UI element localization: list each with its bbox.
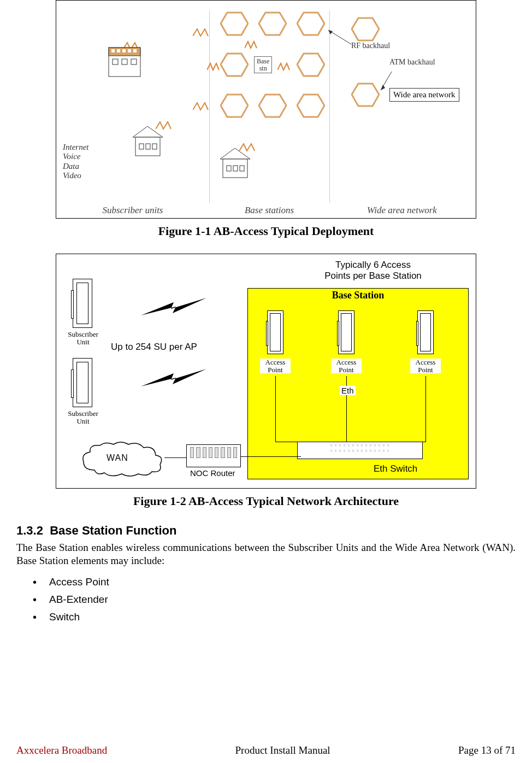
footer-company: Axxcelera Broadband bbox=[16, 744, 107, 756]
svg-rect-16 bbox=[117, 49, 120, 52]
svg-marker-7 bbox=[297, 95, 324, 117]
svg-marker-8 bbox=[352, 18, 379, 40]
typical-aps-line2: Points per Base Station bbox=[324, 271, 422, 281]
section-body: The Base Station enables wireless commun… bbox=[16, 541, 516, 567]
footer-page: Page 13 of 71 bbox=[458, 744, 516, 756]
svg-marker-5 bbox=[221, 95, 248, 117]
access-point-icon bbox=[417, 310, 434, 354]
wan-box-label: Wide area network bbox=[389, 88, 459, 102]
svg-rect-15 bbox=[111, 49, 115, 52]
su-per-ap-label: Up to 254 SU per AP bbox=[111, 342, 197, 353]
su-label-1: Subscriber Unit bbox=[64, 331, 102, 345]
bullet-item: AB-Extender bbox=[33, 594, 516, 606]
svg-marker-6 bbox=[259, 95, 286, 117]
col-subscriber: Subscriber units bbox=[56, 205, 209, 216]
ap-label-1: Access Point bbox=[260, 359, 291, 373]
figure-1-diagram: Basestn RF backhaul bbox=[56, 0, 476, 219]
subscriber-unit-icon bbox=[73, 358, 92, 407]
svg-rect-17 bbox=[122, 49, 126, 52]
atm-backhaul-label: ATM backhaul bbox=[389, 58, 435, 67]
col-wan: Wide area network bbox=[329, 205, 475, 216]
noc-router-label: NOC Router bbox=[190, 468, 235, 478]
noc-router-icon bbox=[186, 444, 241, 467]
bullet-item: Access Point bbox=[33, 576, 516, 588]
bullet-list: Access Point AB-Extender Switch bbox=[33, 576, 516, 623]
subscriber-unit-icon bbox=[73, 279, 92, 328]
base-stn-label: Basestn bbox=[254, 56, 272, 73]
svg-marker-1 bbox=[259, 13, 286, 35]
section-heading: 1.3.2 Base Station Function bbox=[16, 524, 516, 538]
svg-marker-33 bbox=[381, 85, 385, 90]
eth-switch-label: Eth Switch bbox=[374, 463, 417, 474]
ap-label-2: Access Point bbox=[331, 359, 362, 373]
svg-rect-19 bbox=[133, 49, 137, 52]
typical-aps-line1: Typically 6 Access bbox=[335, 260, 411, 270]
su-label-2: Subscriber Unit bbox=[64, 410, 102, 425]
ap-label-3: Access Point bbox=[410, 359, 441, 373]
eth-label: Eth bbox=[340, 386, 356, 395]
svg-marker-9 bbox=[352, 84, 379, 106]
svg-marker-0 bbox=[221, 13, 248, 35]
access-point-icon bbox=[338, 310, 354, 354]
bullet-item: Switch bbox=[33, 611, 516, 623]
services-list: Internet Voice Data Video bbox=[63, 143, 88, 180]
access-point-icon bbox=[267, 310, 283, 354]
svg-marker-3 bbox=[221, 54, 248, 76]
rf-backhaul-label: RF backhaul bbox=[351, 42, 390, 50]
base-station-box: Base Station Access Point Access Point A… bbox=[247, 288, 469, 479]
base-station-title: Base Station bbox=[248, 289, 468, 302]
svg-marker-2 bbox=[297, 13, 324, 35]
wan-label: WAN bbox=[107, 453, 128, 463]
svg-marker-4 bbox=[297, 54, 324, 76]
svg-rect-18 bbox=[128, 49, 131, 52]
col-base: Base stations bbox=[209, 205, 329, 216]
svg-marker-25 bbox=[220, 148, 250, 159]
footer-title: Product Install Manual bbox=[235, 744, 330, 756]
figure-2-diagram: Typically 6 Access Points per Base Stati… bbox=[56, 254, 476, 489]
svg-marker-20 bbox=[133, 126, 163, 137]
figure-2-caption: Figure 1-2 AB-Access Typical Network Arc… bbox=[56, 494, 476, 508]
figure-1-caption: Figure 1-1 AB-Access Typical Deployment bbox=[56, 224, 476, 238]
page-footer: Axxcelera Broadband Product Install Manu… bbox=[16, 744, 516, 756]
eth-switch-icon: ○ ○ ○ ○ ○ ○ ○ ○ ○ ○ ○ ○ ○ ○ ○ ○ ○ ○ ○ ○ … bbox=[297, 442, 423, 459]
